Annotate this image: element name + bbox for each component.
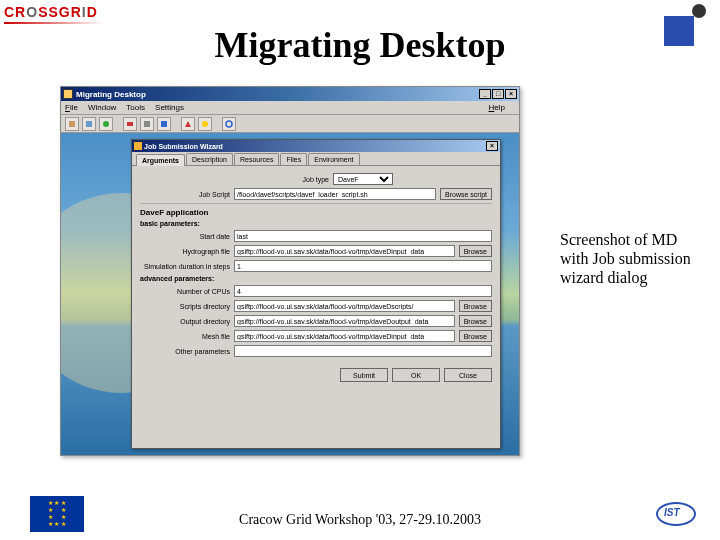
submit-button[interactable]: Submit	[340, 368, 388, 382]
toolbar-icon-8[interactable]	[198, 117, 212, 131]
output-dir-label: Output directory	[140, 318, 230, 325]
app-heading: DaveF application	[140, 208, 492, 217]
toolbar-icon-1[interactable]	[65, 117, 79, 131]
jobtype-select[interactable]: DaveF	[333, 173, 393, 185]
md-app-window: Migrating Desktop _ □ × File Window Tool…	[60, 86, 520, 456]
close-button[interactable]: ×	[505, 89, 517, 99]
menu-settings[interactable]: Settings	[155, 103, 184, 112]
svg-rect-3	[127, 122, 133, 126]
menubar: File Window Tools Settings Help	[61, 101, 519, 115]
output-dir-input[interactable]	[234, 315, 455, 327]
svg-marker-6	[185, 121, 191, 127]
toolbar-icon-2[interactable]	[82, 117, 96, 131]
svg-rect-5	[161, 121, 167, 127]
browse-script-button[interactable]: Browse script	[440, 188, 492, 200]
wizard-close-btn[interactable]: Close	[444, 368, 492, 382]
menu-window[interactable]: Window	[88, 103, 116, 112]
cpus-label: Number of CPUs	[140, 288, 230, 295]
wizard-titlebar: Job Submission Wizard ×	[132, 140, 500, 152]
maximize-button[interactable]: □	[492, 89, 504, 99]
menu-file[interactable]: File	[65, 103, 78, 112]
sim-duration-label: Simulation duration in steps	[140, 263, 230, 270]
toolbar-icon-4[interactable]	[123, 117, 137, 131]
cpus-input[interactable]	[234, 285, 492, 297]
hydrograph-browse-button[interactable]: Browse	[459, 245, 492, 257]
job-submission-wizard: Job Submission Wizard × Arguments Descri…	[131, 139, 501, 449]
start-date-input[interactable]	[234, 230, 492, 242]
toolbar-icon-7[interactable]	[181, 117, 195, 131]
slide-caption: Screenshot of MD with Job submission wiz…	[560, 230, 700, 288]
tab-resources[interactable]: Resources	[234, 153, 279, 165]
jobscript-input[interactable]	[234, 188, 436, 200]
adv-params-heading: advanced parameters:	[140, 275, 492, 282]
svg-point-2	[103, 121, 109, 127]
mesh-file-input[interactable]	[234, 330, 455, 342]
start-date-label: Start date	[140, 233, 230, 240]
toolbar	[61, 115, 519, 133]
sim-duration-input[interactable]	[234, 260, 492, 272]
app-title: Migrating Desktop	[76, 90, 146, 99]
wizard-button-bar: Submit OK Close	[132, 364, 500, 386]
wizard-icon	[134, 142, 142, 150]
minimize-button[interactable]: _	[479, 89, 491, 99]
scripts-dir-input[interactable]	[234, 300, 455, 312]
svg-point-7	[202, 121, 208, 127]
tab-arguments[interactable]: Arguments	[136, 154, 185, 166]
svg-point-8	[226, 121, 232, 127]
crossgrid-logo: CROSSGRID	[4, 4, 98, 20]
desktop-area: Job Submission Wizard × Arguments Descri…	[61, 133, 519, 455]
wizard-tabs: Arguments Description Resources Files En…	[132, 152, 500, 166]
wizard-title: Job Submission Wizard	[144, 143, 223, 150]
tab-description[interactable]: Description	[186, 153, 233, 165]
app-icon	[63, 89, 73, 99]
tab-environment[interactable]: Environment	[308, 153, 359, 165]
scripts-dir-label: Scripts directory	[140, 303, 230, 310]
hydrograph-input[interactable]	[234, 245, 455, 257]
jobtype-label: Job type	[239, 176, 329, 183]
svg-rect-4	[144, 121, 150, 127]
jobscript-label: Job Script	[140, 191, 230, 198]
wizard-body: Job type DaveF Job Script Browse script …	[132, 166, 500, 364]
slide-title: Migrating Desktop	[0, 24, 720, 66]
app-titlebar: Migrating Desktop _ □ ×	[61, 87, 519, 101]
toolbar-icon-6[interactable]	[157, 117, 171, 131]
mesh-browse-button[interactable]: Browse	[459, 330, 492, 342]
toolbar-icon-5[interactable]	[140, 117, 154, 131]
mesh-file-label: Mesh file	[140, 333, 230, 340]
menu-tools[interactable]: Tools	[126, 103, 145, 112]
ist-logo: IST	[656, 500, 700, 530]
other-params-label: Other parameters	[140, 348, 230, 355]
wizard-close-button[interactable]: ×	[486, 141, 498, 151]
hydrograph-label: Hydrograph file	[140, 248, 230, 255]
toolbar-icon-9[interactable]	[222, 117, 236, 131]
toolbar-icon-3[interactable]	[99, 117, 113, 131]
slide-footer: Cracow Grid Workshop '03, 27-29.10.2003	[0, 512, 720, 528]
menu-help[interactable]: Help	[489, 103, 505, 112]
basic-params-heading: basic parameters:	[140, 220, 492, 227]
output-browse-button[interactable]: Browse	[459, 315, 492, 327]
scripts-browse-button[interactable]: Browse	[459, 300, 492, 312]
ok-button[interactable]: OK	[392, 368, 440, 382]
svg-rect-0	[69, 121, 75, 127]
other-params-input[interactable]	[234, 345, 492, 357]
tab-files[interactable]: Files	[280, 153, 307, 165]
svg-rect-1	[86, 121, 92, 127]
